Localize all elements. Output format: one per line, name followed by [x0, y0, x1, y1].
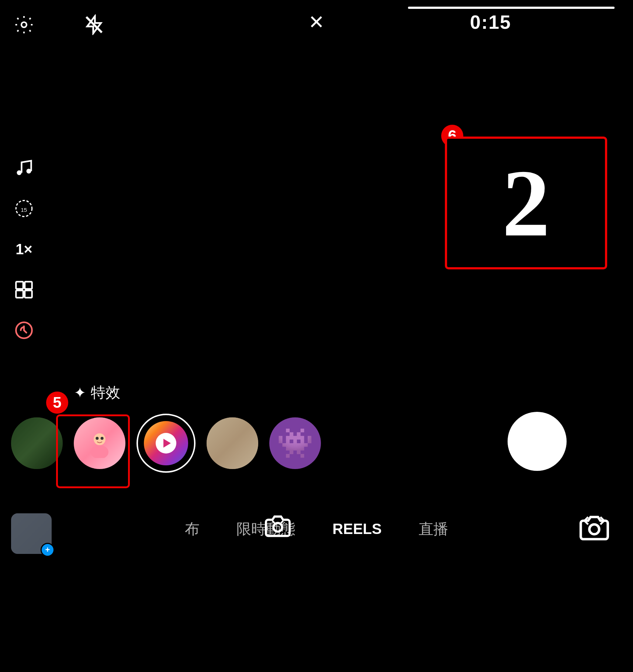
shutter-button[interactable] [508, 412, 567, 471]
avatar-plus-icon: + [41, 543, 55, 557]
close-button[interactable]: ✕ [308, 11, 325, 33]
progress-bar [408, 7, 615, 9]
sparkle-icon: ✦ [74, 384, 86, 401]
duration-icon[interactable]: 15 [11, 196, 37, 221]
svg-rect-8 [16, 290, 23, 298]
nav-item-reels[interactable]: REELS [325, 517, 389, 541]
svg-point-2 [17, 170, 22, 175]
camera-flip-mid-button[interactable] [261, 510, 294, 543]
filter-row: 👾 [0, 414, 332, 473]
filter-item-reels[interactable] [136, 414, 196, 473]
settings-icon[interactable] [11, 12, 37, 38]
boomerang-icon[interactable] [11, 317, 37, 343]
filter-item-1[interactable] [11, 417, 63, 469]
svg-rect-9 [25, 290, 32, 298]
reels-play-icon [163, 439, 171, 448]
timer-display: 0:15 [470, 11, 511, 33]
camera-flip-bottom-button[interactable] [578, 511, 611, 545]
progress-fill [408, 7, 615, 9]
effects-label: ✦ 特效 [74, 382, 120, 403]
music-icon[interactable] [11, 155, 37, 181]
flash-off-icon[interactable] [81, 12, 107, 38]
left-tools: 15 1× [11, 155, 37, 343]
reels-play-container [156, 433, 176, 454]
bottom-nav: 布 限時動態 REELS 直播 [0, 515, 633, 543]
countdown-container: 2 [445, 137, 607, 269]
svg-rect-6 [16, 282, 23, 289]
filter-item-4[interactable] [207, 417, 258, 469]
nav-item-post[interactable]: 布 [177, 515, 207, 543]
grid-icon[interactable] [11, 277, 37, 303]
svg-point-15 [273, 523, 282, 531]
countdown-number: 2 [502, 155, 550, 251]
filter-item-5[interactable]: 👾 [269, 417, 321, 469]
reels-inner [144, 421, 188, 465]
svg-point-3 [27, 169, 31, 173]
zoom-label[interactable]: 1× [11, 236, 37, 262]
selected-filter-box [56, 414, 130, 488]
badge-5: 5 [46, 392, 68, 414]
svg-text:15: 15 [21, 207, 27, 213]
svg-point-16 [589, 524, 599, 534]
svg-rect-7 [25, 282, 32, 289]
nav-item-live[interactable]: 直播 [411, 515, 456, 543]
svg-point-0 [21, 22, 27, 27]
avatar-container[interactable]: + [11, 513, 52, 554]
